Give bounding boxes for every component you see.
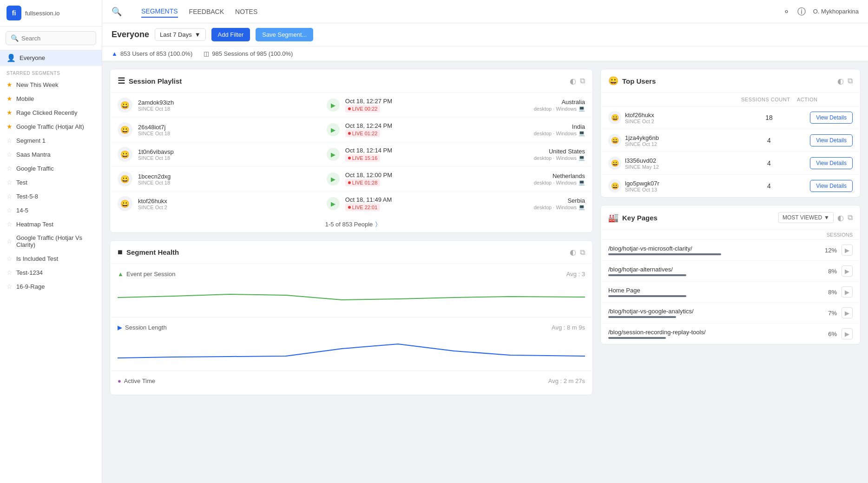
expand-icon[interactable]: ⧉ — [580, 77, 585, 85]
sidebar-item-test-5-8[interactable]: ☆ Test-5-8 — [0, 189, 102, 203]
sidebar-item-google-traffic-hotjar[interactable]: ★ Google Traffic (Hotjar Alt) — [0, 119, 102, 133]
topbar-nav-feedback[interactable]: FEEDBACK — [189, 6, 224, 17]
sidebar-item-rage-clicked[interactable]: ★ Rage Clicked Recently — [0, 106, 102, 119]
other-items-list: ☆ Segment 1☆ Saas Mantra☆ Google Traffic… — [0, 133, 102, 293]
nav-item-label: Segment 1 — [16, 137, 46, 144]
view-details-button[interactable]: View Details — [810, 134, 853, 146]
key-pages-sort-button[interactable]: MOST VIEWED ▼ — [778, 212, 834, 223]
chevron-down-icon-2: ▼ — [824, 214, 829, 221]
star-icon: ☆ — [7, 179, 13, 186]
sidebar-item-google-traffic[interactable]: ☆ Google Traffic — [0, 161, 102, 175]
session-since: SINCE Oct 18 — [138, 131, 321, 136]
star-icon: ☆ — [7, 137, 13, 144]
event-icon: ▲ — [118, 271, 124, 278]
save-segment-button[interactable]: Save Segment... — [256, 28, 313, 41]
clock-icon[interactable]: ◐ — [570, 77, 576, 86]
live-dot — [348, 206, 351, 209]
filter-bar: Everyone Last 7 Days ▼ Add Filter Save S… — [102, 23, 868, 46]
star-icon: ☆ — [7, 220, 13, 228]
star-icon: ★ — [7, 81, 13, 88]
sidebar-item-segment-1[interactable]: ☆ Segment 1 — [0, 133, 102, 147]
star-icon: ☆ — [7, 151, 13, 158]
star-icon: ☆ — [7, 283, 13, 290]
key-page-bar — [608, 253, 721, 255]
play-button[interactable]: ▶ — [327, 148, 340, 161]
key-page-play-button[interactable]: ▶ — [842, 328, 853, 339]
date-picker[interactable]: Last 7 Days ▼ — [155, 28, 206, 41]
view-details-button[interactable]: View Details — [810, 157, 853, 169]
session-time: Oct 18, 12:00 PM LIVE 01:28 — [345, 172, 528, 186]
notifications-icon[interactable]: ⚬ — [783, 7, 790, 17]
pagination-next[interactable]: 〉 — [375, 220, 377, 228]
key-page-pct: 12% — [818, 247, 837, 254]
star-icon: ☆ — [7, 255, 13, 262]
sidebar-item-is-included-test[interactable]: ☆ Is Included Test — [0, 251, 102, 265]
sidebar-item-test[interactable]: ☆ Test — [0, 175, 102, 189]
star-icon: ☆ — [7, 238, 13, 245]
view-details-button[interactable]: View Details — [810, 180, 853, 192]
session-info: 26s48iot7j SINCE Oct 18 — [138, 124, 321, 136]
expand-icon-2[interactable]: ⧉ — [580, 248, 585, 257]
session-time: Oct 18, 11:49 AM LIVE 22:01 — [345, 196, 528, 211]
sidebar-item-google-traffic-vs-clarity[interactable]: ☆ Google Traffic (Hotjar Vs Clarity) — [0, 231, 102, 251]
key-page-play-button[interactable]: ▶ — [842, 307, 853, 318]
table-row: 😀 ktof26hukx SINCE Oct 2 ▶ Oct 18, 11:49… — [110, 192, 592, 216]
play-button[interactable]: ▶ — [327, 172, 340, 185]
key-page-play-button[interactable]: ▶ — [842, 265, 853, 277]
key-page-play-button[interactable]: ▶ — [842, 286, 853, 298]
clock-icon-3[interactable]: ◐ — [837, 77, 844, 86]
nav-item-label: Google Traffic (Hotjar Vs Clarity) — [16, 234, 95, 248]
session-datetime: Oct 18, 11:49 AM — [345, 196, 528, 203]
pagination-text: 1-5 of 853 People — [325, 221, 373, 228]
topbar-nav-notes[interactable]: NOTES — [235, 6, 257, 17]
user-since: SINCE Oct 12 — [625, 141, 659, 147]
user-info: 😀 l3356uvd02 SINCE May 12 — [608, 157, 741, 170]
key-page-pct: 6% — [818, 331, 837, 337]
sidebar-item-14-5[interactable]: ☆ 14-5 — [0, 203, 102, 217]
clock-icon-2[interactable]: ◐ — [570, 248, 576, 257]
sidebar-item-16-9-rage[interactable]: ☆ 16-9-Rage — [0, 279, 102, 293]
stats-bar: ▲ 853 Users of 853 (100.0%) ◫ 985 Sessio… — [102, 46, 868, 61]
user-id: l3356uvd02 — [625, 157, 659, 164]
expand-icon-3[interactable]: ⧉ — [848, 77, 853, 85]
active-time-icon: ● — [118, 377, 121, 384]
clock-icon-4[interactable]: ◐ — [837, 213, 844, 222]
user-info: 😀 1jza4ykg6nb SINCE Oct 12 — [608, 134, 741, 147]
search-input[interactable] — [21, 35, 91, 42]
user-info: 😀 ktof26hukx SINCE Oct 2 — [608, 111, 741, 124]
action-cell: View Details — [797, 134, 853, 146]
key-page-url: Home Page — [608, 287, 814, 297]
key-page-bar — [608, 337, 666, 339]
play-button[interactable]: ▶ — [327, 99, 340, 112]
topbar-nav-segments[interactable]: SEGMENTS — [141, 6, 178, 18]
everyone-nav-item[interactable]: 👤 Everyone — [0, 50, 102, 66]
add-filter-button[interactable]: Add Filter — [211, 28, 250, 41]
session-id: 1bcecn2dxg — [138, 173, 321, 180]
user-id: ktof26hukx — [625, 112, 654, 119]
sidebar-item-test-1234[interactable]: ☆ Test-1234 — [0, 265, 102, 279]
search-topbar-icon[interactable]: 🔍 — [112, 7, 122, 17]
sessions-col-header: SESSIONS COUNT — [741, 97, 797, 102]
user-avatar: 😀 — [608, 134, 621, 147]
nav-item-label: New This Week — [16, 81, 59, 88]
play-button[interactable]: ▶ — [327, 123, 340, 136]
expand-icon-4[interactable]: ⧉ — [848, 213, 853, 222]
device-icon: 💻 — [579, 106, 585, 112]
play-button[interactable]: ▶ — [327, 197, 340, 210]
key-page-play-button[interactable]: ▶ — [842, 245, 853, 256]
page-url-text: Home Page — [608, 287, 814, 294]
session-length-label: ▶ Session Length Avg : 8 m 9s — [118, 324, 585, 331]
search-box[interactable]: 🔍 — [6, 31, 96, 45]
sidebar-item-saas-mantra[interactable]: ☆ Saas Mantra — [0, 147, 102, 161]
sidebar-item-new-this-week[interactable]: ★ New This Week — [0, 78, 102, 92]
user-avatar: 😀 — [608, 111, 621, 124]
top-users-card: 😀 Top Users ◐ ⧉ SESSIONS COUNT ACTION — [600, 69, 861, 198]
info-icon[interactable]: ⓘ — [797, 6, 806, 17]
live-badge: LIVE 00:22 — [345, 105, 380, 112]
nav-item-label: Rage Clicked Recently — [16, 109, 78, 116]
top-users-list: 😀 ktof26hukx SINCE Oct 2 18 View Details… — [601, 106, 860, 197]
sidebar-item-mobile[interactable]: ★ Mobile — [0, 92, 102, 106]
sidebar-item-heatmap-test[interactable]: ☆ Heatmap Test — [0, 217, 102, 231]
sessions-count: 18 — [741, 114, 797, 121]
view-details-button[interactable]: View Details — [810, 112, 853, 124]
